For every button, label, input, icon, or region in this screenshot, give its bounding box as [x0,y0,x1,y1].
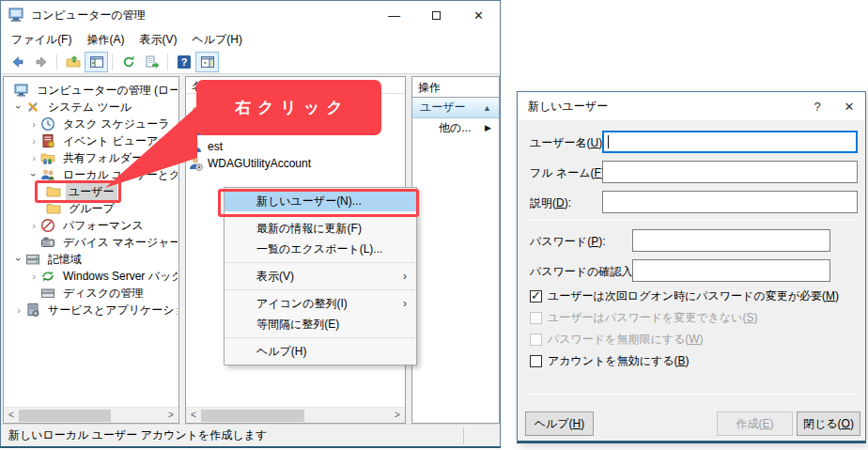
checkbox-icon[interactable] [530,355,542,367]
chevron-expanded-icon[interactable]: › [27,168,40,181]
checkbox-account-disabled[interactable]: アカウントを無効にする(B) [530,353,690,368]
context-menu-item-view[interactable]: 表示(V)› [225,266,416,287]
collapse-icon[interactable]: ▲ [483,103,491,113]
status-text: 新しいローカル ユーザー アカウントを作成します [1,427,267,443]
help-button[interactable]: ? [172,52,195,72]
scroll-left-icon[interactable]: < [186,408,201,423]
back-button[interactable] [6,52,29,72]
refresh-button[interactable] [116,52,140,72]
up-one-level-button[interactable] [61,52,85,72]
computer-management-window: コンピューターの管理 — ✕ ファイル(F) 操作(A) 表示(V) ヘルプ(H… [0,0,501,448]
list-horizontal-scrollbar[interactable]: < > [186,407,405,423]
context-menu-item-refresh[interactable]: 最新の情報に更新(F) [225,218,416,239]
menu-file[interactable]: ファイル(F) [4,29,79,51]
local-users-groups-icon [40,167,55,182]
actions-more-item[interactable]: 他の... ▶ [412,118,499,137]
dialog-help-button[interactable]: ? [801,92,833,120]
forward-icon [34,54,49,70]
tree-item-windows-server-backup[interactable]: › Windows Server バックア [5,268,178,285]
menu-view[interactable]: 表示(V) [132,29,184,51]
chevron-collapsed-icon[interactable]: › [27,151,40,164]
chevron-expanded-icon[interactable]: › [12,253,25,266]
confirm-password-input[interactable] [632,259,830,282]
back-icon [10,54,25,70]
toolbar: ? [1,50,500,74]
minimize-button[interactable]: — [373,1,415,29]
chevron-collapsed-icon[interactable]: › [27,117,40,131]
tree-item-label: パフォーマンス [60,217,147,234]
chevron-collapsed-icon[interactable]: › [27,219,40,232]
device-manager-icon [40,235,55,250]
scroll-right-icon[interactable]: > [390,408,405,423]
password-label: パスワード(P): [530,234,605,250]
window-title: コンピューターの管理 [31,8,146,23]
tree-item-performance[interactable]: › パフォーマンス [5,217,178,234]
context-menu-item-arrange-icons[interactable]: アイコンの整列(I)› [225,293,416,314]
maximize-button[interactable] [415,1,457,29]
tree-item-groups[interactable]: グループ [5,200,178,217]
context-menu-item-help[interactable]: ヘルプ(H) [225,341,416,362]
computer-icon [14,83,29,98]
close-icon: ✕ [473,8,484,23]
menu-bar: ファイル(F) 操作(A) 表示(V) ヘルプ(H) [1,29,500,50]
scroll-left-icon[interactable]: < [4,408,19,423]
tree-horizontal-scrollbar[interactable]: < > [4,407,178,423]
tree-item-label: デバイス マネージャー [60,234,178,251]
tree-item-device-manager[interactable]: デバイス マネージャー [5,234,178,251]
context-menu-item-export-list[interactable]: 一覧のエクスポート(L)... [225,239,416,259]
forward-button[interactable] [29,52,53,72]
menu-item-label: 表示(V) [256,270,294,283]
fullname-input[interactable] [602,161,858,183]
tree-item-disk-management[interactable]: ディスクの管理 [5,285,178,302]
context-menu-item-line-up-icons[interactable]: 等間隔に整列(E) [225,314,416,334]
checkbox-must-change-password[interactable]: ユーザーは次回ログオン時にパスワードの変更が必要(M) [530,288,839,303]
scrollbar-thumb[interactable] [19,410,111,422]
help-button[interactable]: ヘルプ(H) [525,411,594,436]
tree-item-computer-management-local[interactable]: コンピューターの管理 (ローカル) [5,82,178,99]
checkbox-label: パスワードを無期限にする(W) [548,332,704,348]
performance-icon [40,218,55,233]
password-input[interactable] [632,229,830,252]
show-action-pane-button[interactable] [195,52,219,72]
list-item-guest[interactable]: est [188,138,403,155]
disk-management-icon [40,286,55,301]
checkbox-icon[interactable] [530,290,542,303]
actions-panel-title: 操作 [412,77,499,98]
show-console-tree-icon [89,54,104,70]
chevron-collapsed-icon[interactable]: › [27,134,40,147]
close-icon: ✕ [845,100,855,114]
toolbar-separator [56,54,57,70]
scroll-right-icon[interactable]: > [163,408,178,423]
username-input[interactable] [602,131,858,153]
minimize-icon: — [388,8,400,23]
close-dialog-button[interactable]: 閉じる(O) [797,411,860,436]
dialog-close-button[interactable]: ✕ [833,92,865,120]
tree-item-services-and-applications[interactable]: › サービスとアプリケーション [5,302,178,318]
create-button: 作成(E) [717,411,793,436]
refresh-icon [121,54,136,70]
system-tools-icon [25,100,40,115]
server-backup-icon [40,269,55,284]
status-bar-divider [463,427,464,444]
dialog-title: 新しいユーザー [518,99,608,115]
folder-up-icon [66,54,81,70]
annotation-callout-right-click: 右クリック [196,80,381,135]
actions-group-users[interactable]: ユーザー ▲ [412,98,499,118]
chevron-expanded-icon[interactable]: › [12,101,25,114]
chevron-collapsed-icon[interactable]: › [27,270,40,283]
chevron-collapsed-icon[interactable]: › [12,303,25,317]
context-menu-item-new-user[interactable]: 新しいユーザー(N)... [225,191,416,211]
export-list-button[interactable] [140,52,163,72]
checkbox-label: ユーザーはパスワードを変更できない(S) [548,310,757,326]
list-item-wdagutilityaccount[interactable]: WDAGUtilityAccount [188,155,403,172]
close-button[interactable]: ✕ [457,1,500,29]
menu-separator [225,289,415,290]
actions-panel: 操作 ユーザー ▲ 他の... ▶ [411,76,500,424]
tree-item-storage[interactable]: › 記憶域 [5,251,178,268]
show-console-tree-button[interactable] [85,52,108,72]
menu-action[interactable]: 操作(A) [79,29,132,51]
scrollbar-thumb[interactable] [201,410,304,422]
description-input[interactable] [602,191,858,213]
menu-help[interactable]: ヘルプ(H) [184,29,250,51]
event-viewer-icon: ! [40,133,55,148]
